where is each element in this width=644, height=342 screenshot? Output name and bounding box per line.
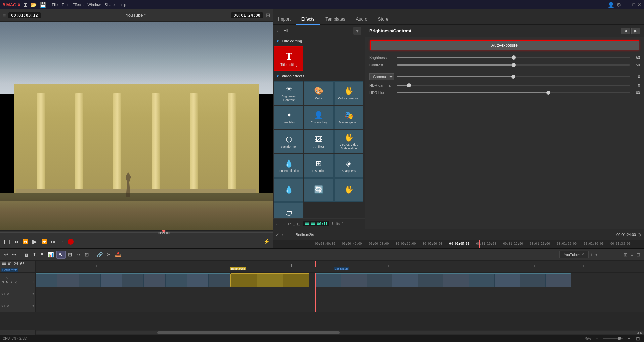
tab-templates[interactable]: Templates: [320, 14, 350, 25]
effect-color-correction[interactable]: 🖐 Color correction: [334, 81, 363, 105]
fullscreen-btn[interactable]: ⊞: [266, 12, 270, 18]
loop-btn[interactable]: →: [58, 238, 65, 245]
effect-sharpness[interactable]: ◈ Sharpness: [334, 154, 363, 178]
grid-view-btn[interactable]: ⊞: [622, 251, 629, 258]
tl-tool2-btn[interactable]: ⊞: [67, 251, 74, 258]
menu-file[interactable]: File: [52, 3, 58, 7]
add-tab-btn[interactable]: +: [589, 251, 594, 258]
track-3-expand-btn[interactable]: ▾: [1, 304, 3, 308]
track-3-body[interactable]: [36, 300, 644, 312]
track-1-x2-btn[interactable]: ✕: [14, 281, 18, 284]
effect-brightness-contrast[interactable]: ☀ Brightness/Contrast: [274, 81, 303, 105]
detail-view-btn[interactable]: ⊟: [635, 251, 641, 258]
new-btn[interactable]: ⊞: [23, 2, 28, 8]
brightness-slider[interactable]: [397, 57, 630, 58]
effect-item14[interactable]: 🔄: [304, 178, 333, 202]
effects-btn1[interactable]: ⊞: [292, 222, 296, 226]
effect-maskengene[interactable]: 🎭 Maskengene...: [334, 106, 363, 129]
close-btn[interactable]: ✕: [637, 2, 641, 7]
track-1-m-btn[interactable]: M: [5, 281, 9, 284]
tab-audio[interactable]: Audio: [351, 14, 373, 25]
tl-undo-btn[interactable]: ↩: [3, 251, 10, 258]
tl-marker-btn[interactable]: ⚑: [38, 251, 45, 258]
tl-chart-btn[interactable]: 📊: [46, 251, 55, 258]
save-btn[interactable]: 💾: [40, 2, 46, 8]
open-btn[interactable]: 📂: [30, 2, 37, 8]
tl-import-btn[interactable]: 📥: [114, 251, 123, 258]
track-2-x-btn[interactable]: ✕: [6, 292, 9, 296]
next-frame-btn[interactable]: ⏩: [40, 238, 48, 245]
tab-close-icon[interactable]: ✕: [581, 252, 584, 257]
tab-store[interactable]: Store: [373, 14, 394, 25]
tl-tool4-btn[interactable]: ⊡: [83, 251, 90, 258]
track-3-add-btn[interactable]: +: [4, 304, 6, 308]
tl-redo-btn[interactable]: ↪: [11, 251, 18, 258]
auto-exposure-btn[interactable]: Auto-exposure: [370, 40, 639, 50]
track-2-expand-btn[interactable]: ▾: [1, 292, 3, 296]
effect-vegas-video[interactable]: 🖐 VEGAS VideoStabilization: [334, 130, 363, 153]
tl-tool3-btn[interactable]: ↔: [75, 251, 82, 258]
effects-dropdown-btn[interactable]: ▾: [353, 27, 361, 35]
goto-start-btn[interactable]: ⏮: [12, 238, 20, 245]
effects-btn2[interactable]: ⊟: [297, 222, 300, 226]
effect-title-editing[interactable]: T Title editing: [274, 46, 303, 71]
menu-help[interactable]: Help: [119, 3, 126, 7]
menu-share[interactable]: Share: [105, 3, 115, 7]
settings-icon[interactable]: ⚙: [616, 2, 621, 8]
category-header-video[interactable]: ▼ Video effects: [273, 72, 365, 80]
menu-edit[interactable]: Edit: [62, 3, 68, 7]
track-1-x-btn[interactable]: ✕: [5, 276, 9, 280]
tl-nav-prev[interactable]: ←: [281, 232, 286, 237]
list-view-btn[interactable]: ≡: [630, 251, 634, 258]
mark-out-btn[interactable]: ]: [8, 238, 12, 245]
rec-btn[interactable]: [68, 239, 74, 245]
tl-nav-next[interactable]: →: [287, 232, 292, 237]
zoom-out-btn[interactable]: −: [595, 336, 599, 341]
prop-next-btn[interactable]: ▶: [631, 28, 640, 34]
goto-end-btn[interactable]: ⏭: [49, 238, 57, 245]
tl-cut-btn[interactable]: ✂: [105, 251, 113, 258]
category-header-title[interactable]: ▼ Title editing: [273, 37, 365, 45]
hdr-blur-slider[interactable]: [397, 92, 630, 93]
effect-stanzformen[interactable]: ⬡ Stanzformen: [274, 130, 303, 153]
minimize-btn[interactable]: ─: [627, 2, 631, 7]
tl-zoom-left-btn[interactable]: ◀: [637, 331, 639, 335]
prev-frame-btn[interactable]: ⏪: [21, 238, 29, 245]
zoom-in-btn[interactable]: +: [627, 336, 631, 341]
effect-distortion[interactable]: ⊞ Distortion: [304, 154, 333, 178]
zoom-slider[interactable]: [603, 338, 623, 339]
effect-item13[interactable]: 💧: [274, 178, 303, 202]
tl-link-btn[interactable]: 🔗: [95, 251, 104, 258]
play-btn[interactable]: ▶: [30, 237, 39, 246]
effect-item16[interactable]: 🛡: [274, 202, 303, 218]
effect-item15[interactable]: 🖐: [334, 178, 363, 202]
effect-linsenreflexion[interactable]: 💧 Linsenreflexion: [274, 154, 303, 178]
gamma-dropdown[interactable]: Gamma: [369, 73, 394, 80]
effects-back-btn[interactable]: ←: [276, 28, 282, 34]
tl-title-btn[interactable]: T: [32, 251, 37, 258]
effect-leuchten[interactable]: ✦ Leuchten: [274, 106, 303, 129]
effects-undo-btn[interactable]: ↩: [288, 222, 291, 226]
tl-select-btn[interactable]: ↖: [56, 251, 66, 259]
tl-zoom-right-btn[interactable]: ▶: [640, 331, 643, 335]
track-1-body[interactable]: [36, 273, 644, 288]
menu-effects[interactable]: Effects: [72, 3, 83, 7]
project-tab[interactable]: YouTube* ✕: [559, 251, 589, 258]
hdr-gamma-slider[interactable]: [397, 85, 630, 86]
effects-next-btn[interactable]: →: [282, 221, 286, 227]
maximize-btn[interactable]: □: [633, 2, 635, 7]
effect-chroma-key[interactable]: 👤 Chroma key: [304, 106, 333, 129]
hamburger-icon[interactable]: ≡: [3, 12, 6, 18]
track-1-plus2-btn[interactable]: +: [10, 281, 13, 284]
prop-prev-btn[interactable]: ◀: [621, 28, 630, 34]
tab-effects[interactable]: Effects: [296, 14, 320, 25]
effect-art-filter[interactable]: 🖼 Art filter: [304, 130, 333, 153]
track-1-add-btn[interactable]: +: [1, 276, 5, 280]
tl-expand-btn[interactable]: ⊙: [637, 232, 641, 237]
gamma-slider[interactable]: [397, 76, 630, 77]
menu-window[interactable]: Window: [88, 3, 101, 7]
mark-in-btn[interactable]: [: [3, 238, 7, 245]
effect-color[interactable]: 🎨 Color: [304, 81, 333, 105]
track-1-s-btn[interactable]: S: [1, 281, 5, 284]
user-icon[interactable]: 👤: [608, 2, 614, 8]
